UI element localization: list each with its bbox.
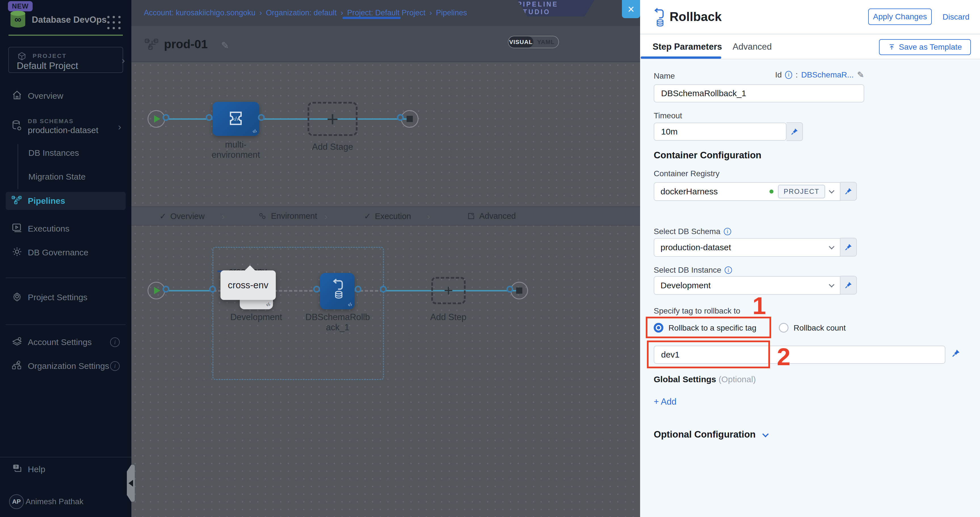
edit-pipeline-name-icon[interactable]: ✎ xyxy=(221,40,229,51)
stage-node-multi-environment[interactable]: ‹/› ‹/› xyxy=(213,102,259,136)
info-icon[interactable]: i xyxy=(785,71,792,79)
add-global-setting-link[interactable]: + Add xyxy=(654,397,676,407)
pin-icon xyxy=(844,281,853,290)
tab-label: Environment xyxy=(271,212,317,221)
global-settings-header: Global Settings (Optional) xyxy=(654,375,756,384)
sidebar-item-db-governance[interactable]: DB Governance xyxy=(0,243,131,262)
sidebar-item-label: Project Settings xyxy=(28,293,88,302)
connector-port xyxy=(380,286,387,293)
sidebar-item-executions[interactable]: Executions xyxy=(0,220,131,238)
play-icon xyxy=(154,115,160,122)
connector-port xyxy=(397,114,404,121)
breadcrumb-project[interactable]: Project: Default Project xyxy=(347,8,425,17)
sidebar-item-overview[interactable]: Overview xyxy=(0,87,131,105)
chevron-right-icon: › xyxy=(118,121,121,132)
organization-settings-icon xyxy=(11,360,23,372)
discard-button[interactable]: Discard xyxy=(943,13,969,22)
schema-select[interactable]: production-dataset xyxy=(654,238,840,257)
connector-port xyxy=(258,114,265,121)
db-schemas-value: production-dataset xyxy=(28,125,99,136)
schema-pin-button[interactable] xyxy=(840,238,857,256)
pipeline-start-node[interactable] xyxy=(148,110,165,128)
info-icon[interactable]: i xyxy=(110,337,120,347)
step-config-panel: Rollback Apply Changes Discard Step Para… xyxy=(640,0,980,517)
annotation-number-2: 2 xyxy=(777,343,791,371)
chevron-down-icon xyxy=(762,431,769,437)
db-schemas-kicker: DB SCHEMAS xyxy=(28,118,99,125)
info-icon[interactable]: i xyxy=(725,266,732,274)
add-step-node[interactable]: + xyxy=(431,277,466,304)
chevron-down-icon xyxy=(829,244,834,250)
breadcrumb-org[interactable]: Organization: default xyxy=(266,8,337,17)
sidebar-item-label: Overview xyxy=(28,91,63,101)
app-switcher-icon[interactable] xyxy=(107,16,122,31)
stage-end-node xyxy=(511,282,528,299)
close-panel-button[interactable]: × xyxy=(622,0,640,18)
tab-environment[interactable]: Environment xyxy=(258,212,317,221)
project-settings-gear-icon xyxy=(11,291,23,304)
pipeline-name: prod-01 xyxy=(164,37,208,51)
sidebar-item-db-instances[interactable]: DB Instances xyxy=(29,148,79,158)
sidebar-item-organization-settings[interactable]: Organization Settings i xyxy=(0,357,131,375)
svg-text:∞: ∞ xyxy=(14,14,21,25)
tab-overview[interactable]: ✓ Overview xyxy=(159,212,205,221)
info-icon[interactable]: i xyxy=(110,361,120,371)
user-menu[interactable]: AP Animesh Pathak xyxy=(0,493,131,511)
step-id-row: Id i : DBSchemaR... ✎ xyxy=(775,70,864,80)
advanced-icon xyxy=(467,212,475,221)
sidebar-item-project-settings[interactable]: Project Settings xyxy=(0,288,131,307)
user-name: Animesh Pathak xyxy=(25,497,83,506)
annotation-box-2 xyxy=(647,340,770,368)
project-name: Default Project xyxy=(17,60,78,71)
sidebar-item-label: Pipelines xyxy=(28,196,65,206)
annotation-number-1: 1 xyxy=(752,292,766,320)
check-icon: ✓ xyxy=(364,212,371,221)
step-node-dbschemarollback[interactable]: ‹/› xyxy=(320,273,355,309)
upload-icon xyxy=(888,43,896,51)
breadcrumb-pipelines[interactable]: Pipelines xyxy=(436,8,467,17)
toggle-visual[interactable]: VISUAL xyxy=(508,36,533,48)
id-value: DBSchemaR... xyxy=(801,70,854,80)
sidebar-item-pipelines[interactable]: Pipelines xyxy=(6,192,126,210)
sidebar-item-migration-state[interactable]: Migration State xyxy=(29,172,86,181)
project-selector[interactable]: PROJECT Default Project › xyxy=(8,47,123,73)
sidebar: NEW ∞ Database DevOps PROJECT Default Pr… xyxy=(0,0,131,517)
tab-step-parameters[interactable]: Step Parameters xyxy=(652,42,722,52)
stage-start-node[interactable] xyxy=(148,282,165,299)
apply-changes-button[interactable]: Apply Changes xyxy=(868,8,932,25)
registry-pin-button[interactable] xyxy=(840,182,857,200)
name-input[interactable] xyxy=(654,84,864,102)
stage-label: multi-environment xyxy=(212,140,260,160)
radio-rollback-count[interactable] xyxy=(779,323,789,332)
tag-pin-button[interactable] xyxy=(951,348,961,359)
optional-configuration-toggle[interactable]: Optional Configuration xyxy=(654,429,768,440)
pipeline-graph-icon xyxy=(145,38,159,51)
sidebar-item-db-schemas[interactable]: DB SCHEMAS production-dataset › xyxy=(0,113,131,140)
annotation-box-1 xyxy=(646,317,771,338)
breadcrumb: Account: kurosakiichigo.songoku›Organiza… xyxy=(144,8,467,17)
sidebar-item-account-settings[interactable]: Account Settings i xyxy=(0,333,131,351)
sidebar-collapse-handle[interactable] xyxy=(127,465,135,502)
tab-advanced[interactable]: Advanced xyxy=(733,42,772,52)
id-separator: : xyxy=(795,70,798,80)
sidebar-item-help[interactable]: ? Help xyxy=(0,460,131,479)
connector-port xyxy=(506,286,513,293)
instance-pin-button[interactable] xyxy=(840,276,857,294)
pipeline-end-node xyxy=(401,110,418,128)
registry-value: dockerHarness xyxy=(660,187,718,196)
timeout-input[interactable] xyxy=(654,122,786,141)
toggle-yaml[interactable]: YAML xyxy=(533,36,558,48)
chevron-right-icon: › xyxy=(427,211,430,222)
registry-select[interactable]: dockerHarness PROJECT xyxy=(654,182,840,201)
instance-select[interactable]: Development xyxy=(654,276,840,295)
breadcrumb-account[interactable]: Account: kurosakiichigo.songoku xyxy=(144,8,255,17)
save-as-template-button[interactable]: Save as Template xyxy=(879,39,971,55)
panel-header: Rollback Apply Changes Discard xyxy=(640,0,980,34)
add-stage-node[interactable]: + xyxy=(307,102,358,136)
tab-advanced[interactable]: Advanced xyxy=(467,212,516,221)
info-icon[interactable]: i xyxy=(724,228,731,235)
tab-execution[interactable]: ✓ Execution xyxy=(364,212,411,221)
timeout-pin-button[interactable] xyxy=(786,122,803,141)
pin-icon xyxy=(790,127,799,136)
edit-id-icon[interactable]: ✎ xyxy=(857,70,864,80)
